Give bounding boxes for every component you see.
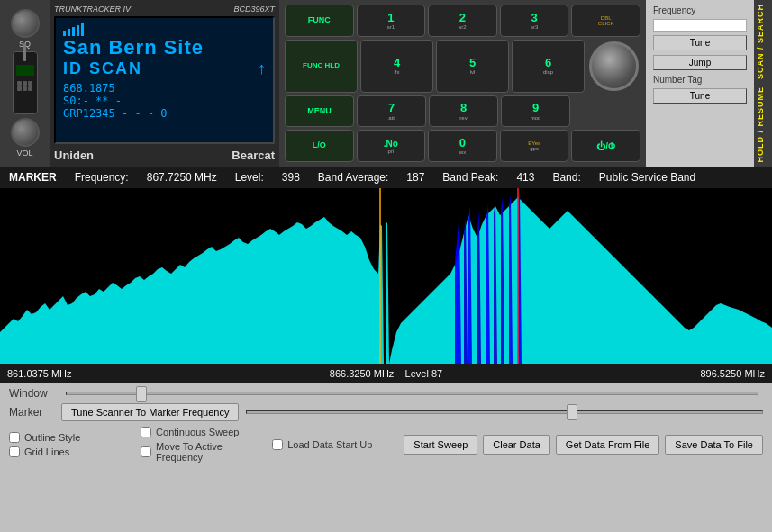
save-data-button[interactable]: Save Data To File (665, 435, 763, 455)
grid-lines-label: Grid Lines (24, 446, 69, 457)
brand-bar: TRUNKTRACKER IV BCD396XT (54, 5, 275, 14)
window-slider-track (66, 392, 758, 395)
key-7[interactable]: 7 att (357, 95, 426, 128)
display-line2: ID SCAN (63, 59, 142, 78)
move-freq-label: Move To Active Frequency (156, 441, 263, 463)
level-value: 398 (282, 171, 300, 184)
display-line3: 868.1875 (63, 82, 266, 95)
key-8[interactable]: 8 rev (429, 95, 498, 128)
dial-area (587, 40, 640, 93)
lo-label: L/O (313, 141, 326, 150)
level-label: Level: (235, 171, 264, 184)
brand-bearcat: Bearcat (232, 149, 275, 162)
vol-knob[interactable] (11, 118, 40, 147)
window-label: Window (9, 387, 54, 400)
continuous-sweep-item: Continuous Sweep (141, 427, 263, 437)
dial-knob[interactable] (589, 41, 639, 91)
window-slider-thumb[interactable] (136, 386, 147, 402)
radio-btn-5 (23, 86, 27, 91)
sq-knob-wrapper: SQ (11, 9, 40, 49)
lcd-screen: San Bern Site ID SCAN ↑ 868.1875 S0:- **… (54, 16, 275, 144)
brand-uniden: Uniden (54, 149, 94, 162)
grid-lines-item: Grid Lines (9, 446, 132, 457)
clear-data-button[interactable]: Clear Data (483, 435, 550, 455)
sq-knob[interactable] (11, 9, 40, 38)
marker-slider-thumb[interactable] (567, 404, 577, 420)
tune-button[interactable]: Tune (653, 35, 747, 50)
dial-spacer (573, 95, 640, 128)
band-value: Public Service Band (599, 171, 695, 184)
radio-buttons-mini (17, 81, 32, 91)
radio-btn-3 (28, 81, 32, 86)
display-arrow: ↑ (258, 59, 266, 78)
grid-lines-checkbox[interactable] (9, 446, 20, 457)
checkbox-row-2: Continuous Sweep Move To Active Frequenc… (141, 427, 263, 463)
outline-style-label: Outline Style (24, 432, 80, 443)
display-line5: GRP12345 - - - 0 (63, 107, 266, 120)
menu-label: MENU (307, 107, 332, 116)
key-2[interactable]: 2 sr2 (428, 5, 497, 37)
func-btn[interactable]: FUNC (285, 5, 354, 37)
key-eyes[interactable]: EYes gps (500, 130, 569, 162)
move-freq-item: Move To Active Frequency (141, 441, 263, 463)
frequency-value: 867.7250 MHz (147, 171, 217, 184)
get-data-button[interactable]: Get Data From File (556, 435, 660, 455)
jump-button[interactable]: Jump (653, 55, 747, 70)
marker-label-text: Marker (9, 406, 54, 419)
lo-btn[interactable]: L/O (285, 130, 354, 162)
dbl-click-btn[interactable]: DBL CLICK (571, 5, 640, 37)
menu-btn[interactable]: MENU (285, 95, 354, 128)
controls-section: Window Marker Tune Scanner To Marker Fre… (0, 383, 772, 466)
continuous-sweep-checkbox[interactable] (141, 427, 151, 437)
marker-slider-track (246, 410, 763, 414)
key-no[interactable]: .No pri (357, 130, 426, 162)
window-row: Window (9, 387, 763, 400)
freq-input[interactable] (653, 19, 747, 32)
power-btn[interactable]: ⏻/Φ (571, 130, 640, 162)
freq-bottom-bar: 861.0375 MHz 866.3250 MHz Level 87 896.5… (0, 364, 772, 383)
display-line4: S0:- ** - (63, 95, 266, 107)
key-5[interactable]: 5 lvl (436, 40, 509, 93)
model-name: TRUNKTRACKER IV (54, 5, 131, 14)
radio-screen-mini (16, 65, 34, 76)
load-data-item: Load Data Start Up (272, 439, 395, 450)
freq-sidebar-label: Frequency (653, 5, 747, 15)
freq-sidebar: Frequency Tune Jump Number Tag Tune (646, 0, 754, 167)
power-label: ⏻/Φ (596, 141, 615, 151)
func-hld-btn[interactable]: FUNC HLD (285, 40, 358, 93)
marker-label: MARKER (9, 171, 57, 184)
func-label: FUNC (308, 16, 331, 25)
marker-slider-area (246, 410, 763, 414)
scanner-body: SQ VOL TRUNKTRACKER IV BCD396XT (0, 0, 772, 167)
key-3[interactable]: 3 sr3 (500, 5, 569, 37)
start-sweep-button[interactable]: Start Sweep (404, 435, 477, 455)
number-tag-label: Number Tag (653, 75, 747, 85)
key-4[interactable]: 4 ifx (360, 40, 433, 93)
outline-style-checkbox[interactable] (9, 432, 20, 443)
spectrum-section (0, 188, 772, 364)
key-6[interactable]: 6 disp (512, 40, 585, 93)
key-0[interactable]: 0 wx (428, 130, 497, 162)
tune2-button[interactable]: Tune (653, 88, 747, 104)
left-knob-col: SQ VOL (0, 0, 50, 167)
radio-btn-2 (23, 81, 27, 86)
right-side: Frequency Tune Jump Number Tag Tune SCAN… (646, 0, 772, 167)
keypad-row-2: MENU 7 att 8 rev 9 mod (285, 95, 640, 128)
marker-row: Marker Tune Scanner To Marker Frequency (9, 403, 763, 421)
info-bar: MARKER Frequency: 867.7250 MHz Level: 39… (0, 167, 772, 188)
vol-knob-wrapper: VOL (11, 118, 40, 158)
display-line1: San Bern Site (63, 36, 266, 59)
keypad-row-1: FUNC HLD 4 ifx 5 lvl 6 disp (285, 40, 640, 93)
load-data-checkbox[interactable] (272, 439, 283, 450)
center-freq: 866.3250 MHz (330, 368, 395, 379)
left-freq: 861.0375 MHz (7, 368, 72, 379)
key-1[interactable]: 1 sr1 (357, 5, 426, 37)
tune-marker-button[interactable]: Tune Scanner To Marker Frequency (61, 403, 239, 421)
radio-btn-1 (17, 81, 22, 86)
move-freq-checkbox[interactable] (141, 446, 151, 457)
checkbox-row-1: Outline Style Grid Lines (9, 432, 132, 457)
radio-icon (13, 51, 38, 114)
key-9[interactable]: 9 mod (501, 95, 570, 128)
hold-resume-label: HOLD / RESUME (754, 83, 772, 167)
continuous-sweep-label: Continuous Sweep (156, 427, 239, 437)
